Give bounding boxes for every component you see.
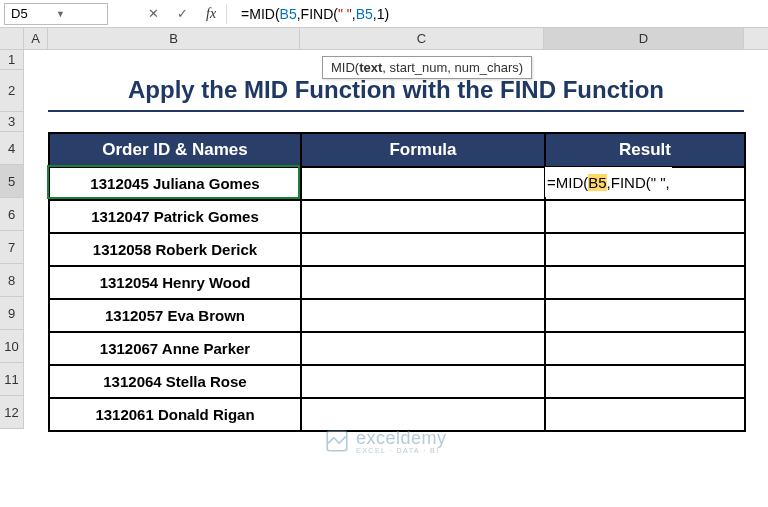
separator	[226, 4, 227, 24]
formula-input[interactable]: =MID(B5,FIND(" ",B5,1)	[237, 6, 768, 22]
col-header-a[interactable]: A	[24, 28, 48, 49]
edit-text: ,FIND(" ",	[607, 174, 670, 191]
chevron-down-icon[interactable]: ▼	[56, 9, 101, 19]
cell-b5[interactable]: 1312045 Juliana Gomes	[49, 167, 301, 200]
table-row: 1312058 Roberk Derick	[49, 233, 745, 266]
cell-d11[interactable]	[545, 365, 745, 398]
formula-ref: B5	[356, 6, 373, 22]
formula-text: =MID(	[241, 6, 280, 22]
col-header-b[interactable]: B	[48, 28, 300, 49]
formula-bar-buttons: ✕ ✓ fx	[148, 6, 216, 22]
th-formula: Formula	[301, 133, 545, 167]
watermark-name: exceldemy	[356, 428, 447, 449]
cell-c7[interactable]	[301, 233, 545, 266]
row-header[interactable]: 4	[0, 132, 24, 165]
row-header[interactable]: 5	[0, 165, 24, 198]
cell-b7[interactable]: 1312058 Roberk Derick	[49, 233, 301, 266]
col-header-d[interactable]: D	[544, 28, 744, 49]
row-header[interactable]: 6	[0, 198, 24, 231]
cell-c6[interactable]	[301, 200, 545, 233]
formula-ref: B5	[280, 6, 297, 22]
cancel-icon[interactable]: ✕	[148, 6, 159, 21]
cell-c5[interactable]	[301, 167, 545, 200]
table-row: 1312054 Henry Wood	[49, 266, 745, 299]
enter-icon[interactable]: ✓	[177, 6, 188, 21]
edit-highlight: B5	[588, 174, 606, 191]
cell-d5-editing[interactable]: =MID(B5,FIND(" ",	[545, 167, 672, 197]
cell-d7[interactable]	[545, 233, 745, 266]
formula-text: ,FIND(	[297, 6, 338, 22]
row-header[interactable]: 3	[0, 112, 24, 132]
th-result: Result	[545, 133, 745, 167]
row-headers: 1 2 3 4 5 6 7 8 9 10 11 12	[0, 50, 24, 429]
fx-icon[interactable]: fx	[206, 6, 216, 22]
watermark-icon	[324, 428, 350, 454]
name-box-value: D5	[11, 6, 56, 21]
cell-d8[interactable]	[545, 266, 745, 299]
table-row: 1312064 Stella Rose	[49, 365, 745, 398]
row-header[interactable]: 11	[0, 363, 24, 396]
edit-text: =MID(	[547, 174, 588, 191]
th-order: Order ID & Names	[49, 133, 301, 167]
formula-bar-row: D5 ▼ ✕ ✓ fx =MID(B5,FIND(" ",B5,1)	[0, 0, 768, 28]
cell-b10[interactable]: 1312067 Anne Parker	[49, 332, 301, 365]
watermark-text-wrap: exceldemy EXCEL · DATA · BI	[356, 428, 447, 454]
table-row: 1312061 Donald Rigan	[49, 398, 745, 431]
cell-c11[interactable]	[301, 365, 545, 398]
select-all-corner[interactable]	[0, 28, 24, 49]
cell-b12[interactable]: 1312061 Donald Rigan	[49, 398, 301, 431]
name-box[interactable]: D5 ▼	[4, 3, 108, 25]
formula-str: " "	[338, 6, 352, 22]
table-row: 1312047 Patrick Gomes	[49, 200, 745, 233]
table-row: 1312057 Eva Brown	[49, 299, 745, 332]
cell-c8[interactable]	[301, 266, 545, 299]
cell-b11[interactable]: 1312064 Stella Rose	[49, 365, 301, 398]
row-header[interactable]: 12	[0, 396, 24, 429]
row-header[interactable]: 7	[0, 231, 24, 264]
cell-d12[interactable]	[545, 398, 745, 431]
cell-d6[interactable]	[545, 200, 745, 233]
cell-c10[interactable]	[301, 332, 545, 365]
col-header-c[interactable]: C	[300, 28, 544, 49]
row-header[interactable]: 1	[0, 50, 24, 70]
row-header[interactable]: 9	[0, 297, 24, 330]
row-header[interactable]: 10	[0, 330, 24, 363]
row-header[interactable]: 2	[0, 70, 24, 112]
row-header[interactable]: 8	[0, 264, 24, 297]
cell-c12[interactable]	[301, 398, 545, 431]
table-header-row: Order ID & Names Formula Result	[49, 133, 745, 167]
watermark: exceldemy EXCEL · DATA · BI	[324, 428, 447, 454]
cell-d9[interactable]	[545, 299, 745, 332]
function-tooltip: MID(text, start_num, num_chars)	[322, 56, 532, 79]
formula-text: ,1)	[373, 6, 389, 22]
tooltip-fn: MID	[331, 60, 355, 75]
table-row: 1312067 Anne Parker	[49, 332, 745, 365]
cell-d10[interactable]	[545, 332, 745, 365]
cells-area[interactable]: Apply the MID Function with the FIND Fun…	[24, 50, 768, 429]
cell-b9[interactable]: 1312057 Eva Brown	[49, 299, 301, 332]
watermark-sub: EXCEL · DATA · BI	[356, 447, 447, 454]
cell-b6[interactable]: 1312047 Patrick Gomes	[49, 200, 301, 233]
tooltip-args: , start_num, num_chars)	[382, 60, 523, 75]
cell-b8[interactable]: 1312054 Henry Wood	[49, 266, 301, 299]
cell-c9[interactable]	[301, 299, 545, 332]
column-headers: A B C D	[0, 28, 768, 50]
grid: 1 2 3 4 5 6 7 8 9 10 11 12 Apply the MID…	[0, 50, 768, 429]
tooltip-arg-bold: text	[359, 60, 382, 75]
